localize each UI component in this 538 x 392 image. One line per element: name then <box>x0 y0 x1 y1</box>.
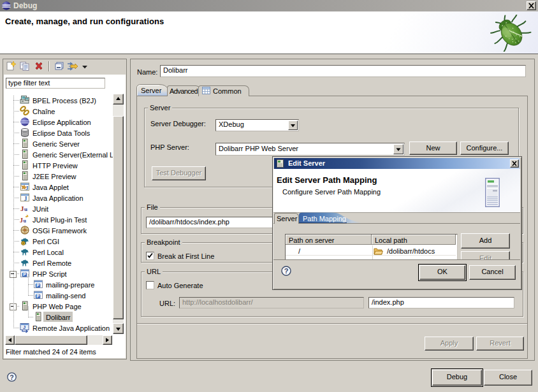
svg-text:?: ? <box>284 267 289 275</box>
svg-text:J: J <box>24 195 27 202</box>
svg-text:P: P <box>23 272 26 277</box>
svg-text:P: P <box>36 283 40 287</box>
svg-text:u: u <box>24 206 27 212</box>
svg-text:J: J <box>25 185 29 191</box>
svg-text:J: J <box>23 324 25 330</box>
svg-text:J: J <box>20 217 23 224</box>
svg-text:u: u <box>24 218 27 224</box>
svg-text:P: P <box>36 294 40 298</box>
svg-text:?: ? <box>10 374 13 381</box>
